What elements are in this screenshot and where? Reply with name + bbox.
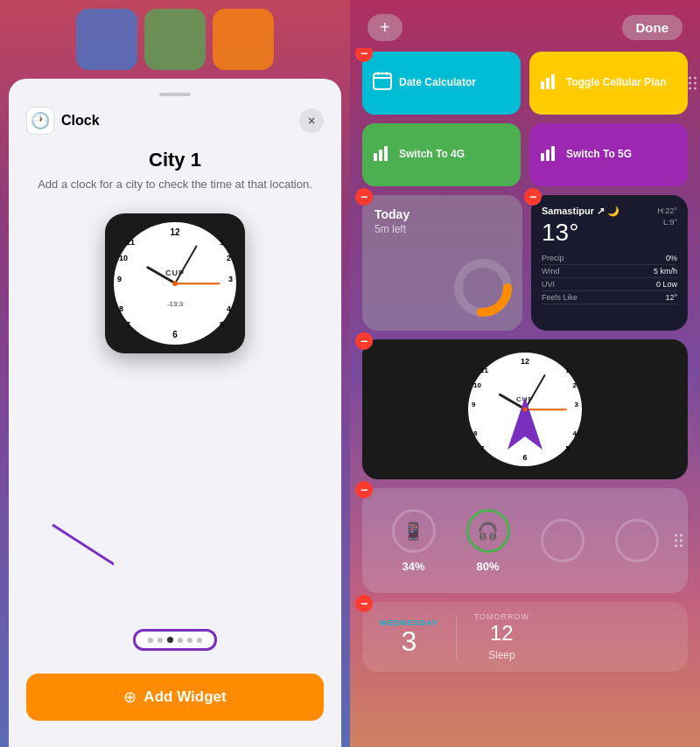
modal-app-info: 🕐 Clock	[26, 107, 100, 135]
calendar-today-num: 3	[401, 627, 416, 655]
page-dot-2[interactable]	[158, 638, 163, 643]
done-button[interactable]: Done	[622, 15, 683, 40]
bg-card-orange	[213, 9, 274, 70]
close-button[interactable]: ×	[299, 108, 324, 133]
headphones-icon: 🎧	[477, 520, 499, 541]
page-dot-6[interactable]	[197, 638, 202, 643]
precip-row: Precip 0%	[542, 252, 677, 265]
widget-calendar[interactable]: WEDNESDAY 3 TOMORROW 12 Sleep	[362, 602, 688, 672]
svg-line-0	[52, 525, 114, 604]
remove-btn-weather[interactable]: −	[524, 188, 542, 206]
left-arrow-annotation	[35, 516, 114, 633]
bg-card-globe	[144, 9, 206, 70]
widget-row-3: − Today 5m left − Samastipur ↗ 🌙 H:	[362, 195, 688, 331]
widget-switch-5g[interactable]: Switch To 5G	[529, 123, 688, 186]
page-dots-container[interactable]	[133, 629, 217, 651]
calendar-tomorrow-section: TOMORROW 12 Sleep	[474, 612, 529, 661]
calendar-event: Sleep	[488, 649, 515, 661]
remove-btn-calendar[interactable]: −	[355, 595, 373, 612]
widget-row-calendar: − WEDNESDAY 3 TOMORROW 12 Sleep	[362, 602, 688, 672]
modal-handle	[159, 93, 191, 96]
remove-btn-clock[interactable]: −	[355, 332, 373, 350]
svg-rect-8	[551, 74, 555, 89]
clock-widget-preview: 12 1 2 3 4 5 6 7 8 9 10 11 CUP -13:3	[105, 213, 245, 353]
cellular-icon	[540, 71, 559, 95]
add-widget-label: Add Widget	[144, 688, 226, 706]
toggle-cellular-label: Toggle Cellular Plan	[566, 76, 666, 90]
date-calc-label: Date Calculator	[399, 76, 476, 90]
calendar-tomorrow-num: 12	[490, 621, 514, 646]
precip-value: 0%	[666, 254, 677, 262]
svg-rect-7	[546, 78, 550, 89]
signal-4g-icon	[373, 143, 392, 167]
battery-item-headphones: 🎧 80%	[466, 509, 510, 573]
svg-rect-13	[546, 150, 550, 161]
arrow-down-svg	[35, 516, 114, 630]
widget-row-1: − Date Calculator Toggle Cellular Plan	[362, 52, 688, 115]
feels-like-label: Feels Like	[542, 293, 578, 302]
widgets-scroll: − Date Calculator Toggle Cellular Plan	[350, 48, 700, 747]
svg-rect-11	[384, 146, 388, 161]
calendar-divider	[456, 615, 457, 659]
left-panel: 🕐 Clock × City 1 Add a clock for a city …	[0, 0, 350, 747]
widget-today[interactable]: Today 5m left	[362, 195, 522, 331]
wind-value: 5 km/h	[654, 267, 677, 276]
widget-date-calculator[interactable]: Date Calculator	[362, 52, 521, 115]
switch-4g-label: Switch To 4G	[399, 148, 465, 162]
wind-label: Wind	[542, 267, 560, 276]
right-clock-center	[523, 408, 528, 412]
weather-city: Samastipur ↗ 🌙	[542, 206, 620, 217]
clock-app-icon: 🕐	[26, 107, 54, 135]
svg-rect-9	[374, 153, 377, 161]
page-dot-3[interactable]	[167, 637, 173, 643]
feels-like-row: Feels Like 12°	[542, 291, 677, 304]
clock-time-display: -13:3	[167, 300, 183, 308]
remove-btn-battery[interactable]: −	[355, 481, 373, 499]
page-dot-4[interactable]	[178, 638, 183, 643]
calendar-icon	[373, 71, 392, 95]
battery-circle-3	[541, 519, 584, 562]
wind-row: Wind 5 km/h	[542, 265, 677, 278]
widget-title: City 1	[149, 149, 201, 171]
uvi-row: UVI 0 Low	[542, 278, 677, 291]
widget-toggle-cellular[interactable]: Toggle Cellular Plan	[529, 52, 688, 115]
svg-rect-14	[551, 146, 555, 161]
remove-btn-3[interactable]: −	[355, 188, 373, 206]
page-dot-1[interactable]	[148, 638, 153, 643]
modal-app-name: Clock	[61, 113, 100, 129]
widget-row-clock: − 12 1 2 3 4 5 6 7 8 9 10 11 CUP	[362, 339, 688, 479]
svg-rect-10	[379, 150, 382, 161]
signal-5g-icon	[540, 143, 559, 167]
page-dot-5[interactable]	[187, 638, 192, 643]
battery-circle-phone: 📱	[392, 509, 436, 553]
battery-item-phone: 📱 34%	[392, 509, 436, 573]
battery-drag-dots	[675, 534, 682, 548]
svg-rect-12	[541, 153, 544, 161]
battery-phone-pct: 34%	[402, 560, 424, 573]
today-subtitle: 5m left	[374, 223, 510, 235]
widget-description: Add a clock for a city to check the time…	[38, 177, 312, 192]
add-widget-plus-icon: ⊕	[123, 688, 136, 707]
svg-rect-6	[541, 81, 544, 89]
modal-sheet: 🕐 Clock × City 1 Add a clock for a city …	[9, 79, 341, 747]
battery-circle-headphones: 🎧	[466, 509, 510, 553]
donut-chart	[452, 257, 514, 322]
left-bg-cards	[0, 0, 350, 87]
modal-header: 🕐 Clock ×	[26, 107, 324, 135]
clock-inner: 12 1 2 3 4 5 6 7 8 9 10 11 CUP -13:3	[114, 222, 236, 345]
svg-marker-17	[508, 397, 542, 450]
widget-battery[interactable]: 📱 34% 🎧 80%	[362, 488, 688, 593]
plus-button[interactable]: +	[368, 14, 402, 41]
clock-center-dot	[172, 281, 178, 286]
battery-circle-4	[615, 519, 659, 562]
minute-hand	[174, 245, 198, 283]
phone-icon: 📱	[402, 520, 424, 541]
add-widget-button[interactable]: ⊕ Add Widget	[26, 674, 324, 721]
feels-like-value: 12°	[665, 293, 677, 302]
widget-switch-4g[interactable]: Switch To 4G	[362, 123, 521, 186]
right-panel: + Done − Date Calculator Toggle Cellular…	[350, 0, 700, 747]
widget-row-2: Switch To 4G Switch To 5G	[362, 123, 688, 186]
widget-clock-large[interactable]: 12 1 2 3 4 5 6 7 8 9 10 11 CUP	[362, 339, 688, 479]
switch-5g-label: Switch To 5G	[566, 148, 632, 162]
widget-weather[interactable]: − Samastipur ↗ 🌙 H:22°L:9° 13° Precip 0%…	[531, 195, 688, 331]
